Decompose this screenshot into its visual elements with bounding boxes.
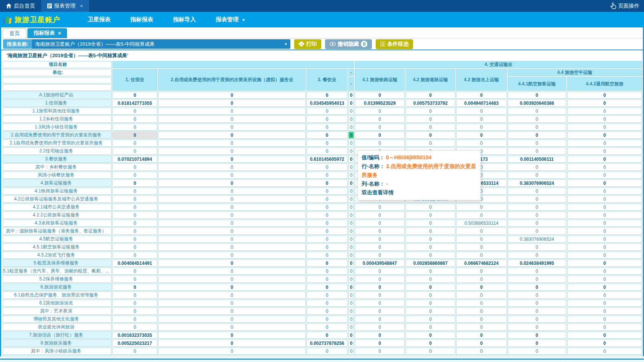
data-cell[interactable]: 0 [112, 115, 157, 123]
data-cell[interactable]: 0 [158, 332, 306, 339]
data-cell[interactable]: 0 [355, 356, 405, 356]
data-cell[interactable]: 0 [348, 91, 354, 99]
data-cell[interactable]: 0 [348, 235, 354, 243]
data-cell[interactable]: 0.004940714483 [456, 99, 507, 107]
data-cell[interactable]: 0 [306, 91, 348, 99]
data-cell[interactable]: 0 [306, 171, 348, 179]
data-cell[interactable]: 0 [348, 300, 354, 307]
data-cell[interactable]: 0 [508, 187, 567, 195]
data-cell[interactable]: 0 [456, 107, 507, 115]
menu-report-management[interactable]: 报表管理 ▼ [216, 16, 245, 23]
data-cell[interactable]: 0 [348, 356, 354, 356]
data-cell[interactable]: 0 [405, 356, 455, 356]
data-cell[interactable]: 0 [508, 163, 567, 171]
data-cell[interactable]: 0 [456, 292, 507, 299]
data-cell[interactable]: 0.004084514491 [112, 259, 157, 267]
data-cell[interactable]: 0 [508, 139, 567, 147]
data-cell[interactable]: 0 [355, 267, 405, 275]
data-cell[interactable]: 0 [306, 356, 348, 356]
data-cell[interactable]: 0 [567, 163, 642, 171]
data-cell[interactable]: 0 [456, 139, 507, 147]
data-cell[interactable]: 0 [348, 155, 354, 163]
data-cell[interactable]: 0 [158, 171, 306, 179]
data-cell[interactable]: 0 [456, 340, 507, 347]
data-cell[interactable]: 0 [348, 267, 354, 275]
data-cell[interactable]: 0 [348, 324, 354, 331]
data-cell[interactable]: 0 [567, 340, 642, 347]
data-cell[interactable]: 0 [348, 259, 354, 267]
data-cell[interactable]: 0 [112, 300, 157, 307]
data-cell[interactable]: 0 [405, 107, 455, 115]
data-cell[interactable]: 0 [405, 267, 455, 275]
data-cell[interactable]: 0 [508, 195, 567, 203]
data-cell[interactable]: 0 [348, 163, 354, 171]
data-cell[interactable]: 0 [567, 251, 642, 259]
data-cell[interactable]: 0 [508, 107, 567, 115]
report-name-select[interactable]: 海南旅游卫星账户（2019全省）——表5-中间核算成果 ▼ [32, 39, 290, 49]
data-cell[interactable]: 0 [158, 211, 306, 219]
data-cell[interactable]: 0 [355, 348, 405, 355]
data-cell[interactable]: 0 [508, 308, 567, 315]
data-cell[interactable]: 0.034545954013 [306, 99, 348, 107]
data-cell[interactable]: 0 [567, 139, 642, 147]
data-cell[interactable]: 0 [306, 179, 348, 187]
data-cell[interactable]: 0 [405, 139, 455, 147]
data-cell[interactable]: 0 [348, 227, 354, 235]
data-cell[interactable]: 0 [158, 219, 306, 227]
data-cell[interactable]: 0 [158, 179, 306, 187]
data-cell[interactable]: 0 [567, 99, 642, 107]
data-cell[interactable]: 0 [112, 211, 157, 219]
data-cell[interactable]: 0 [355, 324, 405, 331]
data-cell[interactable]: 0 [456, 251, 507, 259]
data-cell[interactable]: 0 [567, 211, 642, 219]
data-cell[interactable]: 0 [306, 187, 348, 195]
tab-backend-home[interactable]: 后台首页 [0, 0, 41, 12]
data-cell[interactable]: 0 [405, 227, 455, 235]
data-cell[interactable]: 0 [567, 267, 642, 275]
data-cell[interactable]: 0 [306, 203, 348, 211]
data-cell[interactable]: 0 [112, 292, 157, 299]
data-cell[interactable]: 0.024638491995 [508, 259, 567, 267]
data-cell[interactable]: 0 [508, 267, 567, 275]
data-cell[interactable]: 0 [508, 324, 567, 331]
data-cell[interactable]: 0 [405, 211, 455, 219]
data-cell[interactable]: 0 [158, 292, 306, 299]
data-cell[interactable]: 0 [405, 340, 455, 347]
data-cell[interactable]: 0 [158, 195, 306, 203]
data-cell[interactable]: 0 [508, 284, 567, 291]
data-cell[interactable]: 0.503686533114 [456, 219, 507, 227]
data-cell[interactable]: 0 [348, 292, 354, 299]
data-cell[interactable]: 0 [306, 251, 348, 259]
data-cell[interactable]: 0 [348, 139, 354, 147]
data-cell[interactable]: 0 [348, 243, 354, 251]
data-cell[interactable]: 0 [348, 171, 354, 179]
data-cell[interactable]: 0 [112, 91, 157, 99]
data-cell[interactable]: 0 [348, 211, 354, 219]
data-cell[interactable]: 0 [112, 147, 157, 155]
tab-close-icon[interactable]: × [58, 30, 61, 36]
data-cell[interactable]: 0.01399523529 [355, 99, 405, 107]
data-cell[interactable]: 0.001632373035 [112, 332, 157, 339]
data-cell[interactable]: 0 [456, 348, 507, 355]
data-cell[interactable]: 0 [158, 316, 306, 323]
data-cell[interactable]: 0 [567, 356, 642, 356]
data-cell[interactable]: 0 [405, 276, 455, 283]
data-cell[interactable]: 0 [158, 107, 306, 115]
data-cell[interactable]: 0 [456, 284, 507, 291]
data-cell[interactable]: 0 [348, 284, 354, 291]
data-cell[interactable]: 0 [112, 131, 157, 139]
data-cell[interactable]: 0.005753733792 [405, 99, 455, 107]
data-cell[interactable]: 0 [567, 243, 642, 251]
data-cell[interactable]: 0 [355, 123, 405, 131]
data-cell[interactable]: 0 [405, 91, 455, 99]
data-cell[interactable]: 0 [306, 115, 348, 123]
data-cell[interactable]: 0 [348, 107, 354, 115]
data-cell[interactable]: 0 [306, 227, 348, 235]
data-cell[interactable]: 0 [306, 243, 348, 251]
data-cell[interactable]: 0 [405, 332, 455, 339]
data-cell[interactable]: 0 [456, 267, 507, 275]
data-cell[interactable]: 0 [306, 292, 348, 299]
data-cell[interactable]: 0.610145605972 [306, 155, 348, 163]
data-cell[interactable]: 0 [112, 187, 157, 195]
data-cell[interactable]: 0 [508, 147, 567, 155]
